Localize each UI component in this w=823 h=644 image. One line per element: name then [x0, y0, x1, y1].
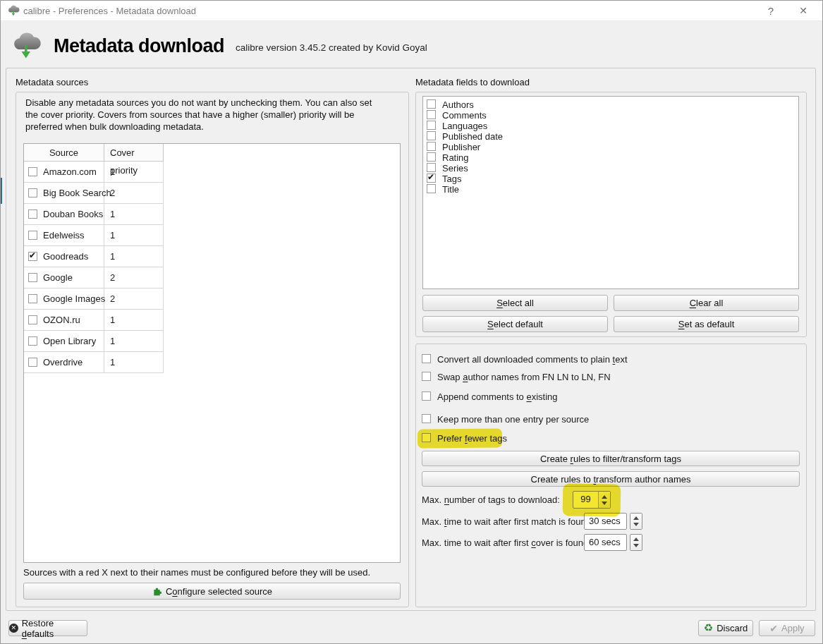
max-time-cover-arrows[interactable] [630, 534, 642, 551]
table-row[interactable]: Overdrive 1 [24, 352, 164, 373]
create-author-rules-button[interactable]: Create rules to transform author names [422, 471, 800, 487]
field-checkbox[interactable] [427, 152, 436, 162]
cover-priority-cell[interactable]: 1 [104, 162, 164, 183]
spinner-arrows-icon[interactable] [630, 535, 642, 550]
table-row[interactable]: Open Library 1 [24, 331, 164, 352]
apply-button[interactable]: ✔ Apply [759, 620, 815, 636]
list-item[interactable]: Languages [427, 121, 793, 131]
option-label: Append comments to existing [437, 391, 558, 402]
source-checkbox[interactable] [28, 336, 37, 346]
option-checkbox[interactable] [422, 391, 431, 401]
field-checkbox[interactable] [427, 110, 436, 119]
sources-table[interactable]: Source Cover priority Amazon.com 1 Big B… [23, 143, 401, 563]
configure-selected-source-button[interactable]: Configure selected source [23, 583, 401, 600]
list-item[interactable]: Published date [427, 131, 793, 142]
field-checkbox[interactable] [427, 142, 436, 151]
source-checkbox[interactable] [28, 188, 37, 198]
table-row[interactable]: Goodreads 1 [24, 246, 164, 267]
clear-all-button[interactable]: Clear all [614, 295, 799, 311]
cover-priority-cell[interactable]: 1 [104, 310, 164, 331]
cover-priority-cell[interactable]: 1 [104, 331, 164, 352]
list-item[interactable]: Publisher [427, 142, 793, 152]
source-checkbox[interactable] [28, 167, 37, 176]
field-checkbox[interactable] [427, 184, 436, 193]
spinner-arrows-icon[interactable] [630, 514, 642, 529]
cover-priority-cell[interactable]: 1 [104, 204, 164, 225]
option-checkbox[interactable] [422, 433, 431, 442]
list-item[interactable]: Authors [427, 99, 793, 110]
field-checkbox[interactable] [427, 163, 436, 172]
option-label: Swap author names from FN LN to LN, FN [437, 372, 611, 382]
field-checkbox[interactable] [427, 121, 436, 130]
source-cell: Open Library [24, 331, 104, 352]
set-as-default-button[interactable]: Set as default [614, 316, 799, 332]
page-header: Metadata download calibre version 3.45.2… [10, 31, 427, 61]
source-checkbox[interactable] [28, 315, 37, 324]
source-cell: Amazon.com [24, 162, 104, 183]
list-item[interactable]: Comments [427, 110, 793, 121]
cover-priority-cell[interactable]: 2 [104, 267, 164, 288]
max-time-cover-label: Max. time to wait after first cover is f… [422, 537, 591, 549]
field-checkbox[interactable] [427, 99, 436, 109]
source-checkbox[interactable] [28, 294, 37, 303]
discard-label: Discard [717, 623, 748, 633]
source-checkbox[interactable] [28, 209, 37, 219]
field-label: Publisher [442, 142, 480, 152]
sources-note: Sources with a red X next to their names… [23, 567, 370, 578]
table-row[interactable]: Big Book Search 2 [24, 183, 164, 204]
field-label: Comments [442, 110, 487, 121]
cover-priority-cell[interactable]: 1 [104, 246, 164, 267]
source-checkbox[interactable] [28, 273, 37, 282]
column-header-cover-priority[interactable]: Cover priority [104, 144, 164, 162]
sidebar-selection-fragment [0, 178, 2, 204]
max-tags-value[interactable]: 99 [573, 492, 598, 508]
field-label: Series [442, 163, 468, 174]
list-item[interactable]: Rating [427, 152, 793, 163]
table-row[interactable]: Amazon.com 1 [24, 162, 164, 183]
metadata-download-cloud-icon [10, 31, 42, 61]
option-checkbox[interactable] [422, 354, 431, 363]
cover-priority-cell[interactable]: 2 [104, 183, 164, 204]
max-time-match-spinner[interactable]: 30 secs [584, 513, 627, 530]
max-time-match-arrows[interactable] [630, 513, 642, 530]
source-checkbox[interactable] [28, 252, 37, 261]
table-row[interactable]: OZON.ru 1 [24, 310, 164, 331]
close-icon[interactable]: ✕ [789, 0, 817, 21]
list-item[interactable]: Series [427, 163, 793, 174]
cover-priority-cell[interactable]: 1 [104, 352, 164, 373]
restore-defaults-label: Restore defaults [22, 618, 87, 639]
table-row[interactable]: Google Images 2 [24, 288, 164, 310]
max-time-match-value[interactable]: 30 secs [585, 514, 626, 529]
title-bar: calibre - Preferences - Metadata downloa… [0, 0, 823, 21]
list-item[interactable]: Title [427, 184, 793, 195]
max-time-cover-value[interactable]: 60 secs [585, 535, 626, 550]
option-checkbox[interactable] [422, 372, 431, 381]
fields-list[interactable]: Authors Comments Languages Published dat… [422, 96, 799, 289]
field-checkbox[interactable] [427, 131, 436, 140]
option-checkbox[interactable] [422, 414, 431, 423]
table-row[interactable]: Edelweiss 1 [24, 225, 164, 246]
restore-defaults-button[interactable]: ✕ Restore defaults [8, 620, 87, 636]
source-checkbox[interactable] [28, 358, 37, 367]
source-cell: Big Book Search [24, 183, 104, 204]
source-checkbox[interactable] [28, 231, 37, 240]
max-time-cover-spinner[interactable]: 60 secs [584, 534, 627, 551]
table-row[interactable]: Google 2 [24, 267, 164, 288]
field-checkbox[interactable] [427, 174, 436, 183]
help-button[interactable]: ? [757, 0, 785, 21]
discard-button[interactable]: ♻ Discard [698, 620, 753, 636]
option-label: Prefer fewer tags [437, 433, 507, 444]
select-default-button[interactable]: Select default [422, 316, 608, 332]
clear-all-label: Clear all [690, 298, 724, 308]
table-row[interactable]: Douban Books 1 [24, 204, 164, 225]
cover-priority-cell[interactable]: 1 [104, 225, 164, 246]
apply-label: Apply [781, 623, 805, 633]
max-tags-spinner[interactable]: 99 [573, 491, 611, 509]
field-label: Rating [442, 152, 469, 163]
spinner-arrows-icon[interactable] [598, 492, 610, 508]
column-header-source[interactable]: Source [24, 144, 104, 162]
cover-priority-cell[interactable]: 2 [104, 288, 164, 310]
create-tag-rules-button[interactable]: Create rules to filter/transform tags [422, 451, 800, 466]
list-item[interactable]: Tags [427, 174, 793, 184]
select-all-button[interactable]: Select all [422, 295, 608, 311]
